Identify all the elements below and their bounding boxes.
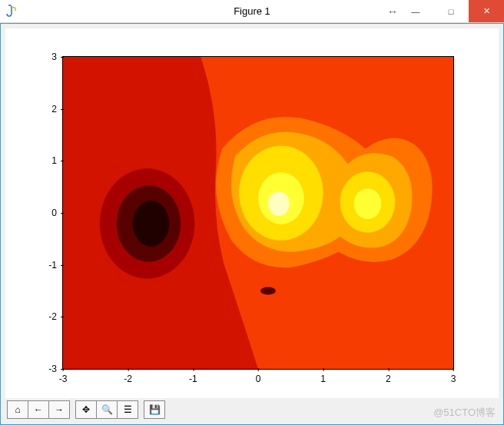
mpl-toolbar: ⌂ ← → ✥ 🔍 ☰ 💾 [5,400,499,420]
window-controls: — □ ✕ [398,0,504,22]
arrow-left-icon: ← [34,404,43,415]
xtick-label: -2 [124,374,132,384]
save-icon: 💾 [149,404,161,415]
configure-subplots-button[interactable]: ☰ [117,400,138,419]
plot-axes: 3 2 1 0 -1 -2 -3 -3 -2 -1 0 1 2 3 [62,56,454,370]
xtick-label: 0 [256,374,261,384]
home-icon: ⌂ [15,404,20,415]
minimize-button[interactable]: — [398,0,433,22]
close-button[interactable]: ✕ [469,0,504,22]
forward-button[interactable]: → [48,400,70,419]
app-icon [5,5,18,18]
ytick-label: 1 [51,155,57,166]
svg-point-3 [133,201,170,247]
svg-point-7 [354,188,382,219]
save-button[interactable]: 💾 [144,400,165,419]
xtick-label: 2 [386,374,391,384]
xtick-label: -1 [189,374,197,384]
ytick-label: 2 [51,104,57,115]
back-button[interactable]: ← [28,400,49,419]
home-button[interactable]: ⌂ [7,400,28,419]
zoom-icon: 🔍 [101,404,113,415]
ytick-label: -2 [48,311,57,322]
svg-point-8 [268,191,290,216]
ytick-label: -3 [48,364,57,374]
figure-canvas: 3 2 1 0 -1 -2 -3 -3 -2 -1 0 1 2 3 [5,28,499,398]
window-resize-hint-icon: ↔ [387,0,398,22]
xtick-label: 3 [451,374,456,384]
contour-plot [63,57,453,369]
window-titlebar: Figure 1 ↔ — □ ✕ [0,0,504,23]
maximize-button[interactable]: □ [433,0,469,22]
xtick-label: -3 [59,374,68,384]
pan-button[interactable]: ✥ [75,400,97,419]
sliders-icon: ☰ [124,404,132,415]
ytick-label: 3 [51,51,57,62]
svg-point-9 [260,287,276,295]
arrow-right-icon: → [55,404,64,415]
ytick-label: -1 [48,260,57,271]
ytick-label: 0 [51,208,57,218]
zoom-button[interactable]: 🔍 [96,400,118,419]
xtick-label: 1 [320,374,326,384]
move-icon: ✥ [82,404,90,415]
window-content: 3 2 1 0 -1 -2 -3 -3 -2 -1 0 1 2 3 ⌂ ← → … [0,23,504,425]
